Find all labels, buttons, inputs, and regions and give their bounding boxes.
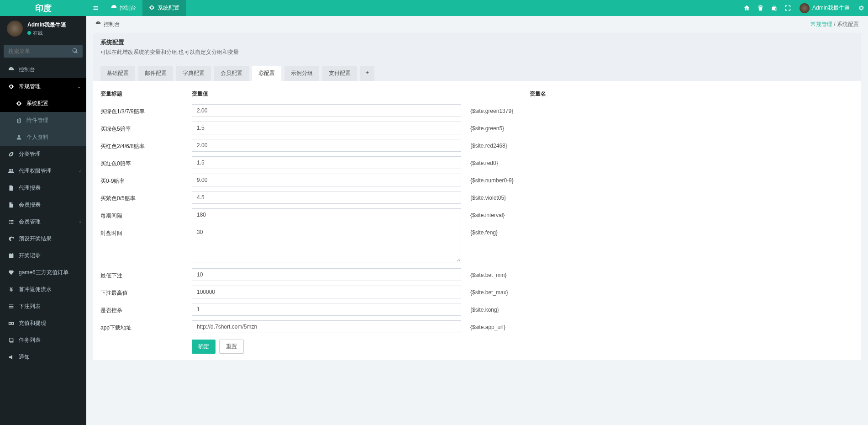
config-tab-4[interactable]: 彩配置: [252, 66, 281, 81]
form-row: 是否控杀{$site.kong}: [100, 303, 854, 316]
sidebar-item-13[interactable]: 首冲返佣流水: [0, 281, 86, 298]
value-input-11[interactable]: [192, 320, 461, 333]
row-varname: {$site.kong}: [461, 303, 607, 313]
dashboard-icon: [111, 5, 117, 12]
user-dropdown[interactable]: Admin我最牛逼: [795, 3, 854, 13]
add-tab-button[interactable]: +: [360, 66, 374, 81]
sidebar-item-6[interactable]: 代理权限管理‹: [0, 163, 86, 180]
brand-logo[interactable]: 印度: [0, 0, 86, 16]
search-icon[interactable]: [72, 48, 78, 55]
sidebar-menu: 控制台常规管理⌄系统配置附件管理个人资料分类管理代理权限管理‹代理报表会员报表会…: [0, 61, 86, 425]
value-input-8[interactable]: [192, 268, 461, 281]
calendar-icon: [7, 253, 15, 259]
config-tab-3[interactable]: 会员配置: [214, 66, 249, 81]
sidebar-item-1[interactable]: 常规管理⌄: [0, 78, 86, 95]
horn-icon: [7, 354, 15, 360]
form-area: 变量标题 变量值 变量名 买绿色1/3/7/9赔率{$site.green137…: [93, 81, 861, 360]
row-title: 买0-9赔率: [100, 174, 192, 185]
sidebar-item-17[interactable]: 通知: [0, 349, 86, 366]
config-tab-0[interactable]: 基础配置: [100, 66, 135, 81]
sidebar-item-5[interactable]: 分类管理: [0, 146, 86, 163]
trash-icon[interactable]: [754, 0, 768, 16]
hamburger-icon[interactable]: [86, 0, 105, 16]
settings-icon[interactable]: [854, 0, 868, 16]
form-row: 买0-9赔率{$site.number0-9}: [100, 174, 854, 186]
sidebar-item-4[interactable]: 个人资料: [0, 129, 86, 146]
form-row: 买紫色0/5赔率{$site.violet05}: [100, 191, 854, 204]
value-input-6[interactable]: [192, 208, 461, 221]
home-icon[interactable]: [740, 0, 754, 16]
th-value: 变量值: [192, 90, 521, 98]
gear-icon: [15, 101, 23, 106]
sidebar-item-label: game6三方充值订单: [19, 269, 68, 276]
top-tab-0[interactable]: 控制台: [105, 0, 142, 16]
sidebar-item-16[interactable]: 任务列表: [0, 332, 86, 349]
row-varname: {$site.feng}: [461, 226, 607, 236]
fullscreen-icon[interactable]: [781, 0, 795, 16]
row-title: 是否控杀: [100, 303, 192, 314]
sidebar-item-3[interactable]: 附件管理: [0, 112, 86, 129]
form-row: 下注最高值{$site.bet_max}: [100, 286, 854, 298]
value-input-1[interactable]: [192, 122, 461, 134]
value-input-10[interactable]: [192, 303, 461, 316]
value-input-3[interactable]: [192, 156, 461, 169]
sidebar-item-label: 下注列表: [19, 303, 41, 310]
row-varname: {$site.red0}: [461, 156, 607, 166]
value-input-7[interactable]: 30: [192, 226, 461, 262]
th-name: 变量名: [521, 90, 667, 98]
reset-button[interactable]: 重置: [219, 340, 244, 354]
panel-desc: 可以在此增改系统的变量和分组,也可以自定义分组和变量: [100, 48, 854, 56]
panel-title: 系统配置: [100, 38, 854, 47]
sidebar-item-15[interactable]: 充值和提现: [0, 315, 86, 332]
sidebar-item-14[interactable]: 下注列表: [0, 298, 86, 315]
sidebar-item-label: 常规管理: [19, 83, 41, 90]
sidebar-item-11[interactable]: 开奖记录: [0, 247, 86, 264]
sidebar-item-label: 附件管理: [26, 117, 48, 124]
doc-icon: [7, 185, 15, 191]
sidebar-item-2[interactable]: 系统配置: [0, 95, 86, 112]
config-tab-1[interactable]: 邮件配置: [138, 66, 173, 81]
row-title: 买紫色0/5赔率: [100, 191, 192, 202]
bars-icon: [7, 303, 15, 309]
sidebar-item-10[interactable]: 预设开奖结果: [0, 230, 86, 247]
topbar: 控制台系统配置 Admin我最牛逼: [86, 0, 868, 16]
value-input-5[interactable]: [192, 191, 461, 204]
row-title: 下注最高值: [100, 286, 192, 297]
copy-icon[interactable]: [768, 0, 781, 16]
user-panel[interactable]: Admin我最牛逼 在线: [0, 16, 86, 41]
sidebar-item-label: 会员报表: [19, 201, 41, 209]
value-input-0[interactable]: [192, 104, 461, 117]
row-title: 最低下注: [100, 268, 192, 280]
breadcrumb-link-1[interactable]: 常规管理: [810, 21, 832, 27]
yen-icon: [7, 287, 15, 292]
submit-button[interactable]: 确定: [192, 340, 216, 354]
clip-icon: [15, 117, 23, 123]
refresh-icon: [7, 236, 15, 242]
config-tab-2[interactable]: 字典配置: [176, 66, 211, 81]
sidebar-item-12[interactable]: game6三方充值订单: [0, 264, 86, 281]
gear-icon: [7, 84, 15, 90]
sidebar-item-label: 会员管理: [19, 218, 41, 226]
value-input-2[interactable]: [192, 139, 461, 152]
th-title: 变量标题: [100, 90, 192, 98]
form-row: 每期间隔{$site.interval}: [100, 208, 854, 221]
users-icon: [7, 168, 15, 174]
user-name: Admin我最牛逼: [27, 21, 66, 29]
sidebar-item-0[interactable]: 控制台: [0, 61, 86, 78]
search-input[interactable]: [4, 45, 83, 58]
value-input-9[interactable]: [192, 286, 461, 298]
sidebar-item-label: 开奖记录: [19, 252, 41, 260]
breadcrumb-home[interactable]: 控制台: [104, 21, 120, 28]
top-tab-1[interactable]: 系统配置: [142, 0, 186, 16]
value-input-4[interactable]: [192, 174, 461, 186]
form-row: 封盘时间30{$site.feng}: [100, 226, 854, 264]
config-tab-6[interactable]: 支付配置: [322, 66, 357, 81]
sidebar-item-8[interactable]: 会员报表: [0, 197, 86, 213]
sidebar-item-label: 代理报表: [19, 184, 41, 192]
sidebar-item-9[interactable]: 会员管理‹: [0, 213, 86, 230]
row-title: 买红色2/4/6/8赔率: [100, 139, 192, 150]
sidebar-item-7[interactable]: 代理报表: [0, 180, 86, 197]
config-tab-5[interactable]: 示例分组: [284, 66, 319, 81]
row-varname: {$site.number0-9}: [461, 174, 607, 184]
sidebar-item-label: 控制台: [19, 66, 35, 74]
